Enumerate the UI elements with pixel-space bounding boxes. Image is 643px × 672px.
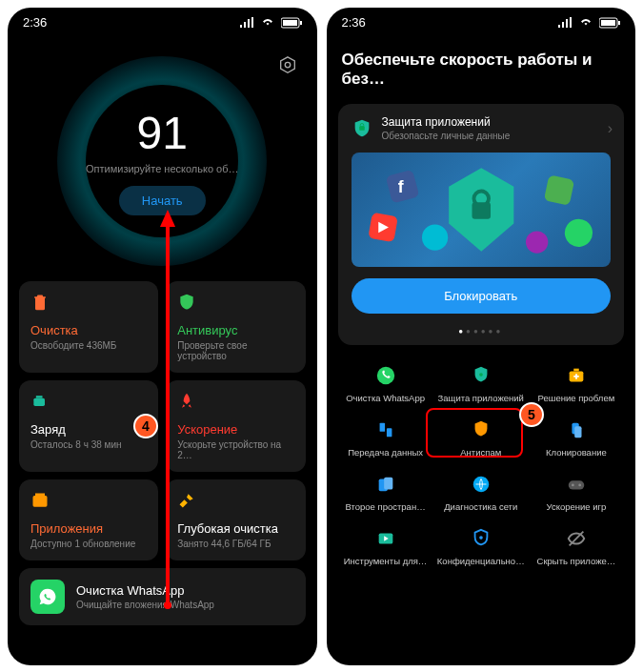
score-ring: 91 Оптимизируйте несколько об… Начать: [57, 56, 267, 266]
svg-rect-21: [543, 174, 573, 205]
whatsapp-cleanup-card[interactable]: Очистка WhatsApp Очищайте вложения Whats…: [19, 568, 306, 625]
shield-icon: [177, 293, 196, 312]
svg-point-3: [285, 62, 291, 68]
svg-text:f: f: [397, 177, 403, 196]
phone-screen-1: 2:36 91 Оптимизируйте несколько об… Нача…: [8, 8, 317, 665]
battery-icon: [30, 392, 50, 411]
svg-rect-9: [601, 20, 615, 26]
tool-data-transfer[interactable]: Передача данных: [338, 413, 433, 463]
status-icons: [239, 17, 302, 29]
rocket-icon: [177, 392, 196, 411]
tool-network-diag[interactable]: Диагностика сети: [433, 467, 529, 518]
svg-rect-22: [562, 216, 594, 249]
card-sub: Ускорьте устройство на 2…: [177, 439, 293, 460]
annotation-badge-5: 5: [519, 402, 544, 427]
tools-grid: Очистка WhatsApp Защита приложений Решен…: [327, 351, 636, 580]
card-title: Очистка: [30, 323, 147, 337]
chevron-right-icon: ›: [608, 120, 613, 137]
block-button[interactable]: Блокировать: [352, 278, 612, 314]
svg-rect-6: [33, 496, 48, 507]
feature-grid: Очистка Освободите 436МБ Антивирус Прове…: [8, 281, 317, 560]
card-sub: Занято 44,6 ГБ/64 ГБ: [177, 539, 293, 549]
card-cleanup[interactable]: Очистка Освободите 436МБ: [19, 281, 158, 373]
score-value: 91: [86, 107, 239, 159]
svg-rect-5: [36, 396, 43, 398]
broom-icon: [177, 491, 196, 510]
svg-rect-10: [618, 21, 620, 25]
page-title: Обеспечьте скорость работы и без…: [327, 37, 636, 98]
svg-rect-15: [472, 202, 490, 219]
svg-point-36: [572, 484, 574, 487]
promo-illustration: f: [352, 153, 612, 267]
tool-second-space[interactable]: Второе простран…: [338, 467, 433, 518]
tool-privacy[interactable]: Конфиденциально…: [433, 521, 529, 572]
svg-rect-27: [573, 369, 579, 372]
svg-rect-33: [384, 478, 392, 490]
annotation-badge-4: 4: [133, 414, 158, 438]
card-title: Антивирус: [177, 323, 293, 337]
status-time: 2:36: [342, 15, 366, 30]
tool-antispam[interactable]: Антиспам: [433, 413, 529, 463]
card-boost[interactable]: Ускорение Ускорьте устройство на 2…: [166, 380, 305, 472]
card-title: Заряд: [30, 422, 147, 437]
trash-icon: [30, 293, 50, 312]
svg-rect-29: [386, 428, 392, 437]
card-antivirus[interactable]: Антивирус Проверьте свое устройство: [166, 281, 305, 373]
tool-hide-apps[interactable]: Скрыть приложе…: [529, 521, 624, 572]
settings-icon[interactable]: [277, 55, 298, 80]
score-subtitle: Оптимизируйте несколько об…: [86, 163, 239, 174]
promo-sub: Обезопасьте личные данные: [382, 131, 511, 141]
card-title: Глубокая очистка: [177, 521, 293, 536]
status-time: 2:36: [23, 15, 47, 30]
svg-point-20: [421, 225, 447, 251]
apps-icon: [30, 491, 50, 510]
svg-point-40: [479, 536, 483, 540]
svg-rect-7: [35, 494, 45, 497]
status-bar: 2:36: [327, 8, 636, 37]
svg-point-37: [578, 484, 581, 487]
promo-card[interactable]: Защита приложений Обезопасьте личные дан…: [338, 104, 625, 345]
card-sub: Проверьте свое устройство: [177, 340, 293, 361]
svg-rect-4: [33, 398, 45, 406]
wa-sub: Очищайте вложения WhatsApp: [76, 600, 214, 610]
svg-rect-28: [379, 423, 385, 432]
promo-title: Защита приложений: [382, 115, 511, 129]
svg-rect-31: [574, 426, 581, 438]
svg-point-25: [479, 373, 483, 377]
svg-rect-2: [300, 21, 302, 25]
tool-video-tools[interactable]: Инструменты для…: [338, 521, 433, 572]
svg-rect-1: [283, 20, 297, 26]
card-sub: Освободите 436МБ: [30, 340, 147, 351]
card-deep-clean[interactable]: Глубокая очистка Занято 44,6 ГБ/64 ГБ: [166, 479, 305, 560]
whatsapp-icon: [30, 580, 65, 614]
tool-clone[interactable]: Клонирование: [529, 413, 624, 463]
tool-app-lock[interactable]: Защита приложений: [433, 358, 529, 409]
tool-troubleshoot[interactable]: Решение проблем: [529, 358, 624, 409]
card-apps[interactable]: Приложения Доступно 1 обновление: [19, 479, 158, 560]
card-sub: Осталось 8 ч 38 мин: [30, 439, 147, 450]
card-sub: Доступно 1 обновление: [30, 539, 147, 549]
tool-whatsapp-cleanup[interactable]: Очистка WhatsApp: [338, 358, 433, 409]
shield-lock-icon: [352, 118, 372, 139]
card-title: Ускорение: [177, 422, 293, 437]
svg-rect-35: [569, 480, 585, 489]
status-bar: 2:36: [8, 8, 317, 37]
phone-screen-2: 2:36 Обеспечьте скорость работы и без… З…: [327, 8, 636, 665]
start-button[interactable]: Начать: [119, 186, 206, 215]
tool-game-boost[interactable]: Ускорение игр: [529, 467, 624, 518]
card-title: Приложения: [30, 521, 147, 536]
status-icons: [557, 17, 620, 29]
page-indicator: ●●●●●●: [338, 327, 625, 345]
svg-point-23: [525, 231, 547, 253]
wa-title: Очистка WhatsApp: [76, 583, 214, 598]
